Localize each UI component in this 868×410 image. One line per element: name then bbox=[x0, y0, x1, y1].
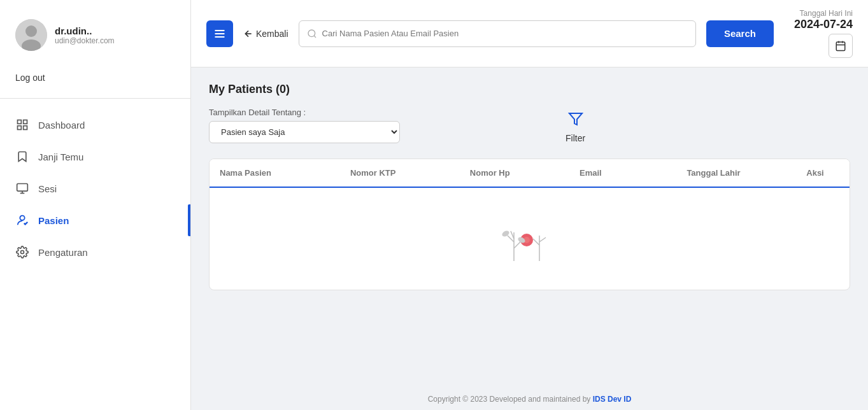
nav-items: Dashboard Janji Temu Sesi bbox=[0, 99, 190, 397]
logout-button[interactable]: Log out bbox=[15, 70, 45, 85]
svg-line-28 bbox=[533, 239, 539, 245]
bookmark-icon bbox=[15, 150, 29, 164]
filter-label: Tampilkan Detail Tentang : bbox=[209, 108, 400, 117]
svg-marker-22 bbox=[569, 113, 582, 125]
svg-rect-3 bbox=[18, 120, 22, 124]
col-email: Email bbox=[569, 159, 646, 187]
svg-line-25 bbox=[514, 242, 520, 248]
table-header-row: Nama Pasien Nomor KTP Nomor Hp Email Tan… bbox=[210, 159, 850, 187]
date-section: Tanggal Hari Ini 2024-07-24 bbox=[794, 9, 853, 58]
svg-rect-7 bbox=[17, 184, 28, 192]
sidebar-item-sesi[interactable]: Sesi bbox=[0, 173, 190, 204]
svg-line-17 bbox=[314, 36, 316, 38]
sidebar-item-label-janji-temu: Janji Temu bbox=[38, 152, 83, 162]
menu-button[interactable] bbox=[206, 20, 233, 47]
sidebar: dr.udin.. udin@dokter.com Log out Dashbo… bbox=[0, 0, 191, 410]
col-tanggal-lahir: Tanggal Lahir bbox=[646, 159, 781, 187]
filter-select[interactable]: Pasien saya Saja Semua Pasien bbox=[209, 121, 400, 143]
sidebar-item-label-sesi: Sesi bbox=[38, 183, 57, 194]
profile-name: dr.udin.. bbox=[55, 25, 115, 36]
profile-email: udin@dokter.com bbox=[55, 36, 115, 45]
main-content: Kembali Search Tanggal Hari Ini 2024-07-… bbox=[191, 0, 868, 410]
search-icon bbox=[307, 29, 317, 39]
logout-section: Log out bbox=[0, 64, 190, 99]
sidebar-profile: dr.udin.. udin@dokter.com bbox=[0, 13, 190, 64]
sidebar-item-label-pasien: Pasien bbox=[38, 215, 69, 226]
empty-state-row bbox=[210, 187, 850, 290]
col-nomor-ktp: Nomor KTP bbox=[340, 159, 460, 187]
search-wrapper bbox=[299, 20, 696, 47]
svg-rect-4 bbox=[24, 120, 27, 124]
search-input[interactable] bbox=[322, 29, 688, 38]
footer-copyright: Copyright © 2023 Developed and maintaine… bbox=[428, 395, 593, 404]
content-area: My Patients (0) Tampilkan Detail Tentang… bbox=[191, 67, 868, 388]
svg-line-29 bbox=[539, 237, 546, 242]
back-button[interactable]: Kembali bbox=[243, 29, 288, 39]
back-label: Kembali bbox=[256, 29, 288, 39]
avatar bbox=[15, 19, 47, 51]
svg-rect-5 bbox=[18, 126, 22, 130]
footer-brand: IDS Dev ID bbox=[593, 395, 632, 404]
session-icon bbox=[15, 181, 29, 195]
empty-illustration bbox=[492, 213, 568, 264]
empty-state bbox=[210, 188, 850, 290]
sidebar-item-janji-temu[interactable]: Janji Temu bbox=[0, 141, 190, 173]
sidebar-item-dashboard[interactable]: Dashboard bbox=[0, 109, 190, 141]
filter-row: Tampilkan Detail Tentang : Pasien saya S… bbox=[209, 108, 850, 143]
col-nama-pasien: Nama Pasien bbox=[210, 159, 340, 187]
page-title: My Patients (0) bbox=[209, 83, 850, 96]
patients-table: Nama Pasien Nomor KTP Nomor Hp Email Tan… bbox=[210, 159, 850, 290]
date-value: 2024-07-24 bbox=[794, 18, 853, 31]
filter-icon-group[interactable]: Filter bbox=[566, 111, 585, 143]
sidebar-item-pengaturan[interactable]: Pengaturan bbox=[0, 236, 190, 268]
patient-icon bbox=[15, 213, 29, 227]
filter-text: Filter bbox=[566, 133, 585, 143]
svg-point-16 bbox=[308, 30, 315, 37]
calendar-button[interactable] bbox=[829, 34, 853, 58]
sidebar-item-label-pengaturan: Pengaturan bbox=[38, 247, 88, 258]
filter-icon bbox=[568, 111, 583, 131]
svg-point-10 bbox=[20, 216, 24, 220]
svg-point-11 bbox=[21, 251, 24, 254]
calendar-icon bbox=[835, 40, 846, 52]
svg-point-1 bbox=[25, 25, 37, 37]
table-container: Nama Pasien Nomor KTP Nomor Hp Email Tan… bbox=[209, 159, 850, 290]
settings-icon bbox=[15, 245, 29, 259]
header: Kembali Search Tanggal Hari Ini 2024-07-… bbox=[191, 0, 868, 67]
sidebar-item-label-dashboard: Dashboard bbox=[38, 120, 85, 131]
col-aksi: Aksi bbox=[781, 159, 850, 187]
date-label: Tanggal Hari Ini bbox=[800, 9, 853, 18]
footer: Copyright © 2023 Developed and maintaine… bbox=[191, 388, 868, 410]
svg-rect-6 bbox=[24, 126, 27, 130]
col-nomor-hp: Nomor Hp bbox=[460, 159, 569, 187]
search-button[interactable]: Search bbox=[706, 20, 774, 47]
profile-info: dr.udin.. udin@dokter.com bbox=[55, 25, 115, 45]
sidebar-item-pasien[interactable]: Pasien bbox=[0, 204, 190, 236]
dashboard-icon bbox=[15, 118, 29, 132]
filter-group: Tampilkan Detail Tentang : Pasien saya S… bbox=[209, 108, 400, 143]
svg-rect-18 bbox=[836, 42, 845, 51]
